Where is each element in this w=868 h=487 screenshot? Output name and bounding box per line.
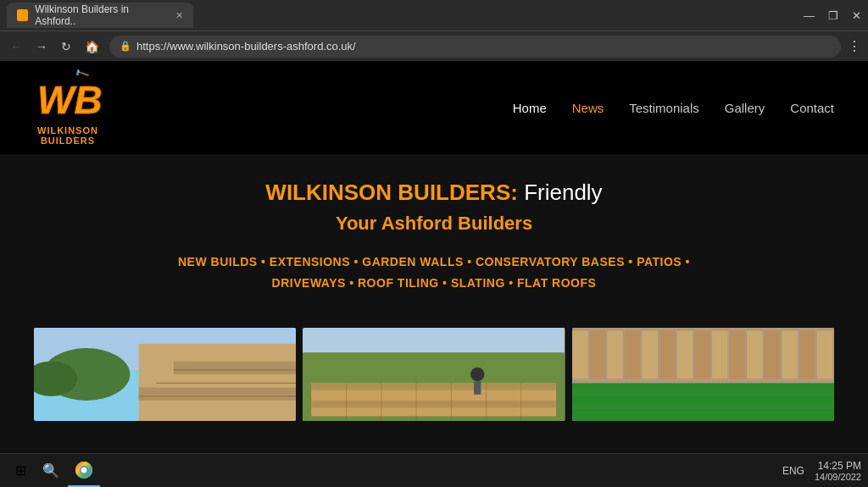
- images-row: [0, 311, 868, 412]
- svg-rect-19: [312, 392, 557, 399]
- taskbar: ⊞ 🔍 ENG: [0, 453, 868, 487]
- site-navigation: 🔨 WB WB WILKINSON BUILDERS Home News Tes…: [0, 61, 868, 154]
- language-indicator: ENG: [782, 465, 804, 477]
- clock: 14:25 PM 14/09/2022: [815, 460, 861, 482]
- logo-icon: 🔨 WB WB: [34, 69, 102, 129]
- svg-rect-21: [312, 410, 557, 417]
- nav-testimonials[interactable]: Testimonials: [629, 101, 699, 115]
- address-bar: ← → ↻ 🏠 🔒 https://www.wilkinson-builders…: [0, 30, 868, 61]
- taskbar-right: ENG 14:25 PM 14/09/2022: [782, 460, 861, 482]
- svg-rect-37: [659, 331, 676, 379]
- nav-contact[interactable]: Contact: [790, 101, 834, 115]
- svg-rect-41: [729, 331, 745, 379]
- hero-title-bold: WILKINSON BUILDERS:: [265, 180, 518, 205]
- svg-rect-38: [676, 331, 693, 379]
- svg-rect-34: [607, 331, 623, 379]
- windows-icon: ⊞: [15, 462, 26, 479]
- image-garden-wall: [303, 328, 565, 421]
- reload-button[interactable]: ↻: [58, 38, 75, 55]
- nav-links: Home News Testimonials Gallery Contact: [513, 101, 834, 115]
- svg-rect-43: [764, 331, 780, 379]
- window-controls: — ❐ ✕: [804, 9, 861, 22]
- svg-rect-9: [156, 374, 296, 387]
- hero-title-normal: Friendly: [524, 180, 602, 205]
- back-button[interactable]: ←: [7, 38, 25, 55]
- url-text: https://www.wilkinson-builders-ashford.c…: [136, 40, 356, 53]
- hero-title: WILKINSON BUILDERS: Friendly: [17, 180, 851, 206]
- tab-title: Wilkinson Builders in Ashford..: [35, 3, 165, 27]
- svg-rect-32: [572, 331, 588, 379]
- system-tray: ENG: [782, 465, 804, 477]
- browser-tab[interactable]: Wilkinson Builders in Ashford.. ✕: [7, 3, 193, 28]
- nav-gallery[interactable]: Gallery: [725, 101, 765, 115]
- clock-time: 14:25 PM: [815, 460, 861, 472]
- taskbar-search[interactable]: 🔍: [37, 457, 64, 484]
- logo-area: 🔨 WB WB WILKINSON BUILDERS: [34, 69, 102, 146]
- title-bar: Wilkinson Builders in Ashford.. ✕ — ❐ ✕: [0, 0, 868, 30]
- start-button[interactable]: ⊞: [7, 457, 34, 484]
- svg-rect-10: [174, 362, 296, 374]
- clock-date: 14/09/2022: [815, 472, 861, 482]
- url-box[interactable]: 🔒 https://www.wilkinson-builders-ashford…: [109, 36, 841, 58]
- svg-rect-45: [799, 331, 815, 379]
- logo-svg: 🔨 WB WB: [34, 69, 102, 125]
- nav-home[interactable]: Home: [513, 101, 547, 115]
- services-text: NEW BUILDS • EXTENSIONS • GARDEN WALLS •…: [17, 252, 851, 294]
- forward-button[interactable]: →: [32, 38, 51, 55]
- minimize-button[interactable]: —: [804, 9, 815, 22]
- svg-rect-49: [572, 396, 834, 403]
- restore-button[interactable]: ❐: [828, 9, 838, 22]
- tab-favicon: [17, 9, 28, 21]
- svg-rect-42: [747, 331, 763, 379]
- taskbar-left: ⊞ 🔍: [7, 455, 100, 487]
- services-line1: NEW BUILDS • EXTENSIONS • GARDEN WALLS •…: [17, 252, 851, 273]
- lock-icon: 🔒: [120, 41, 131, 52]
- website-content: 🔨 WB WB WILKINSON BUILDERS Home News Tes…: [0, 61, 868, 453]
- svg-rect-50: [572, 410, 834, 417]
- svg-rect-48: [572, 384, 834, 390]
- services-line2: DRIVEWAYS • ROOF TILING • SLATING • FLAT…: [17, 273, 851, 294]
- browser-chrome: Wilkinson Builders in Ashford.. ✕ — ❐ ✕ …: [0, 0, 868, 61]
- svg-point-54: [81, 467, 87, 473]
- svg-rect-44: [782, 331, 798, 379]
- svg-text:WB: WB: [37, 78, 102, 122]
- tab-close-button[interactable]: ✕: [175, 10, 183, 21]
- image-garden-lawn: [572, 328, 834, 421]
- home-button[interactable]: 🏠: [81, 38, 103, 55]
- close-button[interactable]: ✕: [852, 9, 861, 22]
- svg-rect-11: [192, 348, 297, 361]
- chrome-icon: [75, 461, 93, 479]
- svg-rect-46: [816, 331, 832, 379]
- browser-menu-button[interactable]: ⋮: [848, 38, 861, 54]
- search-icon: 🔍: [42, 462, 59, 479]
- taskbar-chrome[interactable]: [68, 455, 100, 487]
- nav-news[interactable]: News: [572, 101, 604, 115]
- svg-rect-35: [625, 331, 641, 379]
- svg-rect-40: [712, 331, 728, 379]
- svg-rect-39: [694, 331, 710, 379]
- svg-point-28: [470, 368, 484, 381]
- hero-subtitle: Your Ashford Builders: [17, 213, 851, 235]
- svg-rect-20: [312, 401, 557, 407]
- svg-rect-29: [474, 382, 481, 395]
- hero-section: WILKINSON BUILDERS: Friendly Your Ashfor…: [0, 154, 868, 311]
- svg-rect-36: [642, 331, 658, 379]
- svg-rect-18: [312, 384, 557, 390]
- svg-rect-33: [589, 331, 605, 379]
- image-brick-steps: [34, 328, 296, 421]
- svg-rect-8: [139, 388, 297, 401]
